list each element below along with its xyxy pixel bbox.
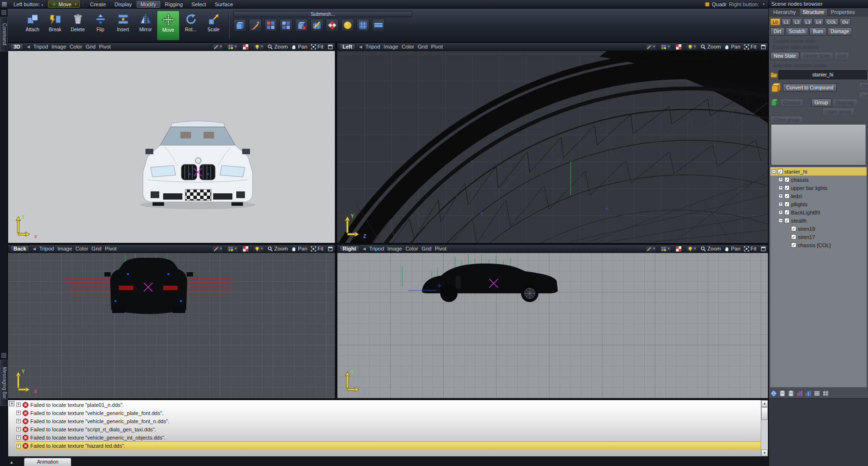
lighting-icon[interactable]: ▾ (253, 44, 265, 50)
viewport-menu-color[interactable]: Color (76, 246, 88, 252)
tab-properties[interactable]: Properties (828, 9, 858, 16)
tree-expander-icon[interactable]: + (779, 202, 783, 206)
viewport-menu-tripod[interactable]: Tripod (33, 44, 48, 50)
menu-modify[interactable]: Modify (137, 1, 160, 8)
menu-create[interactable]: Create (86, 1, 110, 8)
command-bar-tab[interactable]: Command (0, 17, 8, 51)
texture-mode-icon[interactable] (242, 246, 250, 252)
quad-label[interactable]: Quadr (712, 1, 727, 7)
brush-tool-button[interactable] (249, 19, 262, 32)
save-as-icon[interactable] (788, 390, 794, 397)
expand-dock-icon[interactable]: ▲ (10, 460, 13, 465)
flip-button[interactable]: Flip (89, 11, 112, 40)
maximize-icon[interactable] (761, 246, 766, 252)
lod-l2-button[interactable]: L2 (792, 18, 802, 25)
node-checkbox[interactable]: ✓ (784, 218, 790, 223)
lod-l0-button[interactable]: L0 (770, 18, 780, 25)
message-row[interactable]: + Failed to locate texture "script_rt_di… (15, 425, 761, 433)
viewport-menu-grid[interactable]: Grid (91, 246, 102, 252)
menu-surface[interactable]: Surface (211, 1, 237, 8)
pan-button[interactable]: Pan (291, 44, 307, 50)
expand-icon[interactable]: + (16, 403, 21, 407)
message-row[interactable]: + Failed to locate texture "vehicle_gene… (15, 433, 761, 441)
node-checkbox[interactable]: ✓ (791, 242, 796, 248)
collapse-arrow-icon[interactable]: ◀ (359, 45, 362, 49)
vertex-color-icon[interactable]: ▾ (660, 246, 671, 252)
node-checkbox[interactable]: ✓ (784, 202, 790, 207)
lod-l1-button[interactable]: L1 (781, 18, 791, 25)
viewport-menu-image[interactable]: Image (383, 44, 398, 50)
cube-detach-tool-button[interactable] (295, 19, 308, 32)
viewport-canvas-3d[interactable]: y x (8, 51, 335, 243)
save-icon[interactable] (779, 390, 786, 397)
material-sphere-button[interactable] (341, 19, 354, 32)
expand-icon[interactable]: + (16, 427, 21, 431)
ungroup-button[interactable]: Ungroup (832, 99, 857, 107)
viewport-menu-pivot[interactable]: Pivot (435, 246, 447, 252)
zoom-button[interactable]: Zoom (701, 44, 721, 50)
viewport-menu-pivot[interactable]: Pivot (99, 44, 111, 50)
viewport-menu-image[interactable]: Image (51, 44, 66, 50)
node-checkbox[interactable]: ✓ (778, 169, 783, 174)
mirror-button[interactable]: Mirror (134, 11, 157, 40)
tree-node[interactable]: ✓ chassis [COL] (770, 241, 867, 249)
tree-expander-icon[interactable]: − (779, 218, 783, 223)
move-button[interactable]: Move (157, 11, 179, 40)
tree-node[interactable]: + ✓ leds\ (770, 192, 867, 200)
table-icon[interactable] (814, 390, 820, 397)
viewport-menu-tripod[interactable]: Tripod (369, 246, 384, 252)
expand-icon[interactable]: + (16, 411, 21, 415)
tree-expander-icon[interactable]: + (779, 194, 783, 198)
slab-tool-button[interactable] (372, 19, 385, 32)
tree-node[interactable]: + ✓ upper bar lights (770, 184, 867, 192)
viewport-canvas-right[interactable]: y z (337, 253, 768, 398)
lod-l3-button[interactable]: L3 (803, 18, 813, 25)
vertex-color-icon[interactable]: ▾ (660, 44, 671, 50)
scroll-up-icon[interactable]: ▲ (761, 400, 768, 407)
viewport-name[interactable]: 3D (10, 43, 24, 50)
fit-button[interactable]: Fit (311, 44, 323, 50)
active-tool-button[interactable]: Move▾ (48, 0, 80, 8)
viewport-canvas-left[interactable]: Y Z (337, 51, 768, 243)
delete-button[interactable]: Delete (66, 11, 89, 40)
maximize-icon[interactable] (328, 246, 333, 252)
uv-quads-tool-button[interactable] (264, 19, 277, 32)
lighting-icon[interactable]: ▾ (253, 246, 265, 252)
viewport-menu-tripod[interactable]: Tripod (365, 44, 380, 50)
animation-tab[interactable]: Animation (24, 458, 71, 466)
edit-grid-tool-button[interactable] (310, 19, 323, 32)
draw-mode-icon[interactable]: ▾ (645, 44, 657, 50)
tree-expander-icon[interactable]: + (779, 177, 783, 182)
break-button[interactable]: Break (44, 11, 66, 40)
dismiss-button[interactable]: Dismiss (780, 99, 804, 107)
blue-quads-tool-button[interactable] (280, 19, 293, 32)
texture-mode-icon[interactable] (675, 44, 683, 50)
close-group-button[interactable]: Close group (770, 116, 803, 124)
zoom-button[interactable]: Zoom (268, 44, 288, 50)
collapse-arrow-icon[interactable]: ◀ (363, 247, 366, 251)
zoom-button[interactable]: Zoom (268, 246, 288, 252)
left-button-selector[interactable]: Left button:▾ (10, 1, 47, 8)
draw-mode-icon[interactable]: ▾ (212, 44, 224, 50)
del-button[interactable]: Del (859, 82, 868, 90)
viewport-menu-grid[interactable]: Grid (418, 44, 428, 50)
viewport-menu-pivot[interactable]: Pivot (105, 246, 116, 252)
submesh-group-label[interactable]: Submesh... (233, 11, 412, 17)
viewport-name[interactable]: Back (10, 245, 29, 252)
viewport-menu-pivot[interactable]: Pivot (431, 44, 443, 50)
viewport-menu-grid[interactable]: Grid (86, 44, 96, 50)
tab-structure[interactable]: Structure (799, 8, 828, 16)
tab-hierarchy[interactable]: Hierarchy (770, 9, 799, 16)
edit-state-button[interactable]: Edit (834, 52, 849, 60)
fit-button[interactable]: Fit (744, 246, 756, 252)
viewport-menu-color[interactable]: Color (406, 246, 418, 252)
checker-material-button[interactable] (326, 19, 339, 32)
insert-button[interactable]: Insert (112, 11, 134, 40)
draw-mode-icon[interactable]: ▾ (645, 246, 657, 252)
texture-mode-icon[interactable] (675, 246, 683, 252)
menu-rigging[interactable]: Rigging (161, 1, 187, 8)
states-listbox[interactable] (771, 124, 866, 165)
pan-button[interactable]: Pan (291, 246, 307, 252)
draw-mode-icon[interactable]: ▾ (212, 246, 224, 252)
state-name-field[interactable]: stanier_hi (779, 70, 867, 79)
